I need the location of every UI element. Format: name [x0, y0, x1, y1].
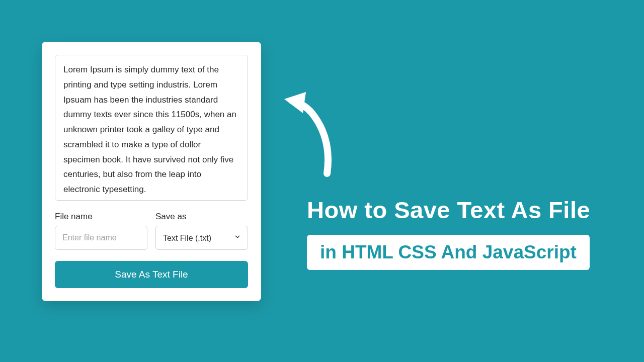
options-row: File name Save as Text File (.txt): [55, 212, 248, 250]
saveas-select-wrapper: Text File (.txt): [155, 226, 248, 250]
saveas-select[interactable]: Text File (.txt): [155, 226, 248, 250]
content-textarea[interactable]: Lorem Ipsum is simply dummy text of the …: [55, 55, 248, 201]
save-file-card: Lorem Ipsum is simply dummy text of the …: [42, 42, 261, 301]
promo-subtitle: in HTML CSS And JavaScript: [307, 235, 590, 270]
filename-input[interactable]: [55, 226, 147, 250]
promo-container: How to Save Text As File in HTML CSS And…: [307, 196, 590, 270]
filename-label: File name: [55, 212, 147, 222]
save-button[interactable]: Save As Text File: [55, 261, 248, 288]
saveas-label: Save as: [155, 212, 248, 222]
saveas-group: Save as Text File (.txt): [155, 212, 248, 250]
promo-headline: How to Save Text As File: [307, 196, 590, 224]
arrow-icon: [282, 88, 352, 180]
filename-group: File name: [55, 212, 147, 250]
